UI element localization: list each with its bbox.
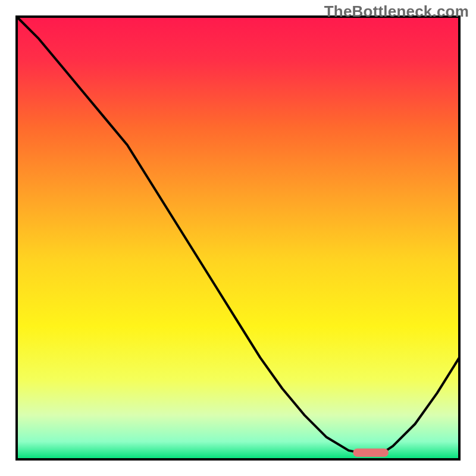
optimal-marker [353, 449, 389, 457]
watermark-text: TheBottleneck.com [324, 2, 469, 21]
bottleneck-chart [0, 0, 476, 476]
plot-background [17, 17, 459, 459]
chart-stage: TheBottleneck.com [0, 0, 476, 476]
